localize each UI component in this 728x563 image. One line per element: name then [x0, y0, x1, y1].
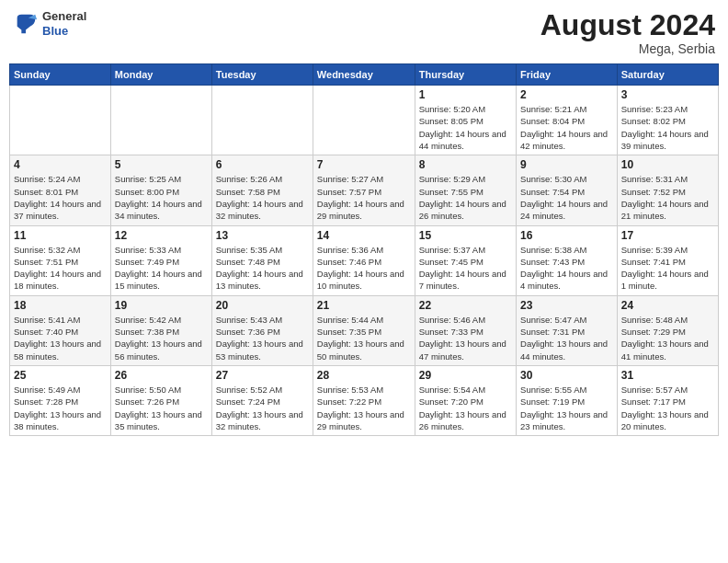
day-number: 24 — [621, 299, 714, 312]
day-number: 25 — [14, 369, 107, 382]
day-info: Sunrise: 5:26 AM Sunset: 7:58 PM Dayligh… — [216, 173, 309, 222]
weekday-header-monday: Monday — [110, 64, 211, 86]
day-cell: 20 Sunrise: 5:43 AM Sunset: 7:36 PM Dayl… — [211, 295, 313, 365]
day-info: Sunrise: 5:33 AM Sunset: 7:49 PM Dayligh… — [115, 244, 208, 293]
day-info: Sunrise: 5:31 AM Sunset: 7:52 PM Dayligh… — [621, 173, 714, 222]
day-number: 13 — [216, 229, 309, 242]
day-number: 3 — [621, 88, 714, 101]
day-cell: 24 Sunrise: 5:48 AM Sunset: 7:29 PM Dayl… — [617, 295, 718, 365]
day-info: Sunrise: 5:38 AM Sunset: 7:43 PM Dayligh… — [520, 244, 613, 293]
day-info: Sunrise: 5:48 AM Sunset: 7:29 PM Dayligh… — [621, 314, 714, 362]
day-info: Sunrise: 5:20 AM Sunset: 8:05 PM Dayligh… — [419, 103, 512, 152]
day-cell — [211, 86, 313, 155]
day-number: 2 — [520, 88, 613, 101]
day-cell: 27 Sunrise: 5:52 AM Sunset: 7:24 PM Dayl… — [211, 365, 313, 435]
day-cell — [110, 86, 211, 155]
day-number: 28 — [317, 369, 411, 382]
weekday-header-row: SundayMondayTuesdayWednesdayThursdayFrid… — [10, 64, 719, 86]
day-number: 16 — [520, 229, 613, 242]
day-info: Sunrise: 5:30 AM Sunset: 7:54 PM Dayligh… — [520, 173, 613, 222]
weekday-header-tuesday: Tuesday — [211, 64, 313, 86]
day-cell: 21 Sunrise: 5:44 AM Sunset: 7:35 PM Dayl… — [313, 295, 415, 365]
day-number: 21 — [317, 299, 411, 312]
day-number: 11 — [14, 229, 107, 242]
day-info: Sunrise: 5:32 AM Sunset: 7:51 PM Dayligh… — [14, 244, 107, 293]
location: Mega, Serbia — [540, 41, 715, 56]
day-info: Sunrise: 5:23 AM Sunset: 8:02 PM Dayligh… — [621, 103, 714, 152]
day-number: 9 — [520, 158, 613, 171]
day-info: Sunrise: 5:54 AM Sunset: 7:20 PM Dayligh… — [419, 384, 512, 432]
day-cell: 23 Sunrise: 5:47 AM Sunset: 7:31 PM Dayl… — [517, 295, 618, 365]
day-number: 10 — [621, 158, 714, 171]
day-info: Sunrise: 5:46 AM Sunset: 7:33 PM Dayligh… — [419, 314, 512, 362]
day-number: 29 — [419, 369, 512, 382]
week-row-2: 4 Sunrise: 5:24 AM Sunset: 8:01 PM Dayli… — [10, 155, 719, 225]
weekday-header-wednesday: Wednesday — [313, 64, 415, 86]
week-row-5: 25 Sunrise: 5:49 AM Sunset: 7:28 PM Dayl… — [10, 365, 719, 435]
day-cell: 8 Sunrise: 5:29 AM Sunset: 7:55 PM Dayli… — [415, 155, 516, 225]
day-cell: 28 Sunrise: 5:53 AM Sunset: 7:22 PM Dayl… — [313, 365, 415, 435]
day-cell: 12 Sunrise: 5:33 AM Sunset: 7:49 PM Dayl… — [110, 225, 211, 295]
day-number: 8 — [419, 158, 512, 171]
day-number: 22 — [419, 299, 512, 312]
day-info: Sunrise: 5:37 AM Sunset: 7:45 PM Dayligh… — [419, 244, 512, 293]
day-number: 14 — [317, 229, 411, 242]
day-cell: 9 Sunrise: 5:30 AM Sunset: 7:54 PM Dayli… — [517, 155, 618, 225]
day-number: 30 — [520, 369, 613, 382]
day-cell: 16 Sunrise: 5:38 AM Sunset: 7:43 PM Dayl… — [517, 225, 618, 295]
day-number: 17 — [621, 229, 714, 242]
day-number: 31 — [621, 369, 714, 382]
title-area: August 2024 Mega, Serbia — [540, 9, 715, 56]
day-cell: 10 Sunrise: 5:31 AM Sunset: 7:52 PM Dayl… — [617, 155, 718, 225]
month-title: August 2024 — [540, 9, 715, 41]
day-cell: 19 Sunrise: 5:42 AM Sunset: 7:38 PM Dayl… — [110, 295, 211, 365]
logo-text: General Blue — [42, 9, 86, 38]
day-number: 5 — [115, 158, 208, 171]
day-cell: 3 Sunrise: 5:23 AM Sunset: 8:02 PM Dayli… — [617, 86, 718, 155]
day-info: Sunrise: 5:39 AM Sunset: 7:41 PM Dayligh… — [621, 244, 714, 293]
weekday-header-sunday: Sunday — [10, 64, 111, 86]
day-info: Sunrise: 5:49 AM Sunset: 7:28 PM Dayligh… — [14, 384, 107, 432]
day-number: 12 — [115, 229, 208, 242]
day-cell: 14 Sunrise: 5:36 AM Sunset: 7:46 PM Dayl… — [313, 225, 415, 295]
day-info: Sunrise: 5:55 AM Sunset: 7:19 PM Dayligh… — [520, 384, 613, 432]
day-info: Sunrise: 5:44 AM Sunset: 7:35 PM Dayligh… — [317, 314, 411, 362]
day-info: Sunrise: 5:24 AM Sunset: 8:01 PM Dayligh… — [14, 173, 107, 222]
day-number: 23 — [520, 299, 613, 312]
day-cell: 18 Sunrise: 5:41 AM Sunset: 7:40 PM Dayl… — [10, 295, 111, 365]
day-number: 4 — [14, 158, 107, 171]
day-number: 27 — [216, 369, 309, 382]
day-info: Sunrise: 5:29 AM Sunset: 7:55 PM Dayligh… — [419, 173, 512, 222]
day-cell: 22 Sunrise: 5:46 AM Sunset: 7:33 PM Dayl… — [415, 295, 516, 365]
logo: General Blue — [13, 9, 86, 38]
day-info: Sunrise: 5:52 AM Sunset: 7:24 PM Dayligh… — [216, 384, 309, 432]
day-cell: 4 Sunrise: 5:24 AM Sunset: 8:01 PM Dayli… — [10, 155, 111, 225]
day-info: Sunrise: 5:57 AM Sunset: 7:17 PM Dayligh… — [621, 384, 714, 432]
day-cell: 2 Sunrise: 5:21 AM Sunset: 8:04 PM Dayli… — [517, 86, 618, 155]
day-info: Sunrise: 5:50 AM Sunset: 7:26 PM Dayligh… — [115, 384, 208, 432]
day-cell: 30 Sunrise: 5:55 AM Sunset: 7:19 PM Dayl… — [517, 365, 618, 435]
day-info: Sunrise: 5:41 AM Sunset: 7:40 PM Dayligh… — [14, 314, 107, 362]
day-cell: 1 Sunrise: 5:20 AM Sunset: 8:05 PM Dayli… — [415, 86, 516, 155]
day-cell — [313, 86, 415, 155]
day-info: Sunrise: 5:36 AM Sunset: 7:46 PM Dayligh… — [317, 244, 411, 293]
week-row-4: 18 Sunrise: 5:41 AM Sunset: 7:40 PM Dayl… — [10, 295, 719, 365]
logo-icon — [13, 11, 39, 37]
day-info: Sunrise: 5:53 AM Sunset: 7:22 PM Dayligh… — [317, 384, 411, 432]
day-info: Sunrise: 5:43 AM Sunset: 7:36 PM Dayligh… — [216, 314, 309, 362]
day-number: 18 — [14, 299, 107, 312]
day-cell: 17 Sunrise: 5:39 AM Sunset: 7:41 PM Dayl… — [617, 225, 718, 295]
week-row-3: 11 Sunrise: 5:32 AM Sunset: 7:51 PM Dayl… — [10, 225, 719, 295]
logo-general-text: General — [42, 9, 86, 24]
day-info: Sunrise: 5:27 AM Sunset: 7:57 PM Dayligh… — [317, 173, 411, 222]
day-info: Sunrise: 5:47 AM Sunset: 7:31 PM Dayligh… — [520, 314, 613, 362]
day-info: Sunrise: 5:21 AM Sunset: 8:04 PM Dayligh… — [520, 103, 613, 152]
day-cell: 25 Sunrise: 5:49 AM Sunset: 7:28 PM Dayl… — [10, 365, 111, 435]
weekday-header-saturday: Saturday — [617, 64, 718, 86]
day-info: Sunrise: 5:42 AM Sunset: 7:38 PM Dayligh… — [115, 314, 208, 362]
day-info: Sunrise: 5:35 AM Sunset: 7:48 PM Dayligh… — [216, 244, 309, 293]
day-number: 1 — [419, 88, 512, 101]
day-number: 6 — [216, 158, 309, 171]
day-number: 26 — [115, 369, 208, 382]
day-cell — [10, 86, 111, 155]
